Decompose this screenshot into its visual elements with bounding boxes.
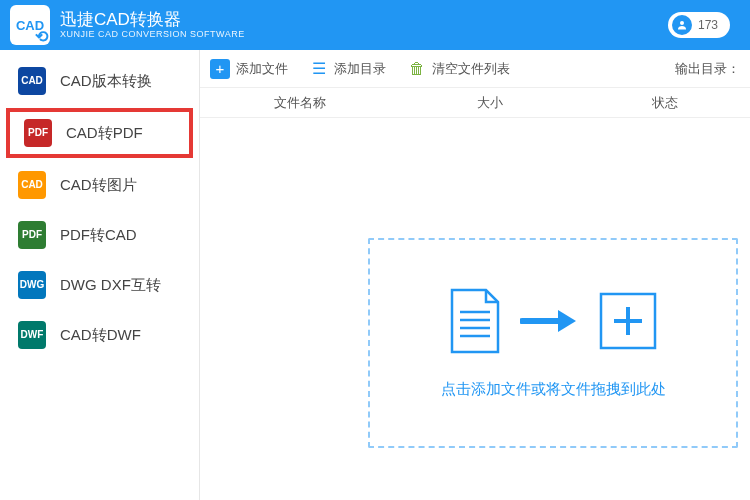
output-dir-label: 输出目录：	[675, 60, 740, 78]
app-logo-icon: CAD	[10, 5, 50, 45]
output-dir-section[interactable]: 输出目录：	[675, 60, 740, 78]
sidebar-item-pdf-to-cad[interactable]: PDF PDF转CAD	[0, 210, 199, 260]
cad-to-pdf-icon: PDF	[24, 119, 52, 147]
dropzone-illustration	[448, 288, 658, 354]
col-header-size: 大小	[400, 94, 580, 112]
plus-icon: +	[210, 59, 230, 79]
add-file-label: 添加文件	[236, 60, 288, 78]
app-title-block: 迅捷CAD转换器 XUNJIE CAD CONVERSION SOFTWARE	[60, 11, 245, 40]
sidebar-item-label: CAD版本转换	[60, 72, 152, 91]
app-header: CAD 迅捷CAD转换器 XUNJIE CAD CONVERSION SOFTW…	[0, 0, 750, 50]
add-target-icon	[598, 291, 658, 351]
arrow-right-icon	[520, 306, 580, 336]
svg-point-0	[680, 21, 684, 25]
sidebar-item-cad-version[interactable]: CAD CAD版本转换	[0, 56, 199, 106]
sidebar-item-cad-to-dwf[interactable]: DWF CAD转DWF	[0, 310, 199, 360]
cad-version-icon: CAD	[18, 67, 46, 95]
sidebar-item-label: PDF转CAD	[60, 226, 137, 245]
clear-list-button[interactable]: 🗑 清空文件列表	[408, 59, 510, 79]
add-dir-button[interactable]: ☰ 添加目录	[310, 59, 386, 79]
list-icon: ☰	[310, 59, 328, 78]
main-panel: + 添加文件 ☰ 添加目录 🗑 清空文件列表 输出目录： 文件名称 大小 状态	[200, 50, 750, 500]
sidebar: CAD CAD版本转换 PDF CAD转PDF CAD CAD转图片 PDF P…	[0, 50, 200, 500]
dwg-dxf-icon: DWG	[18, 271, 46, 299]
sidebar-item-label: CAD转图片	[60, 176, 137, 195]
sidebar-item-dwg-dxf[interactable]: DWG DWG DXF互转	[0, 260, 199, 310]
pdf-to-cad-icon: PDF	[18, 221, 46, 249]
sidebar-item-label: CAD转PDF	[66, 124, 143, 143]
add-file-button[interactable]: + 添加文件	[210, 59, 288, 79]
col-header-status: 状态	[580, 94, 750, 112]
dropzone-text: 点击添加文件或将文件拖拽到此处	[441, 380, 666, 399]
sidebar-item-cad-to-pdf[interactable]: PDF CAD转PDF	[6, 108, 193, 158]
toolbar: + 添加文件 ☰ 添加目录 🗑 清空文件列表 输出目录：	[200, 50, 750, 88]
cad-to-image-icon: CAD	[18, 171, 46, 199]
document-icon	[448, 288, 502, 354]
column-headers: 文件名称 大小 状态	[200, 88, 750, 118]
add-dir-label: 添加目录	[334, 60, 386, 78]
trash-icon: 🗑	[408, 60, 426, 78]
app-subtitle: XUNJIE CAD CONVERSION SOFTWARE	[60, 29, 245, 39]
sidebar-item-cad-to-image[interactable]: CAD CAD转图片	[0, 160, 199, 210]
user-id-text: 173	[698, 18, 718, 32]
sidebar-item-label: DWG DXF互转	[60, 276, 161, 295]
sidebar-item-label: CAD转DWF	[60, 326, 141, 345]
user-badge[interactable]: 173	[668, 12, 730, 38]
clear-list-label: 清空文件列表	[432, 60, 510, 78]
user-avatar-icon	[672, 15, 692, 35]
col-header-name: 文件名称	[200, 94, 400, 112]
file-dropzone[interactable]: 点击添加文件或将文件拖拽到此处	[368, 238, 738, 448]
cad-to-dwf-icon: DWF	[18, 321, 46, 349]
app-title: 迅捷CAD转换器	[60, 11, 245, 30]
